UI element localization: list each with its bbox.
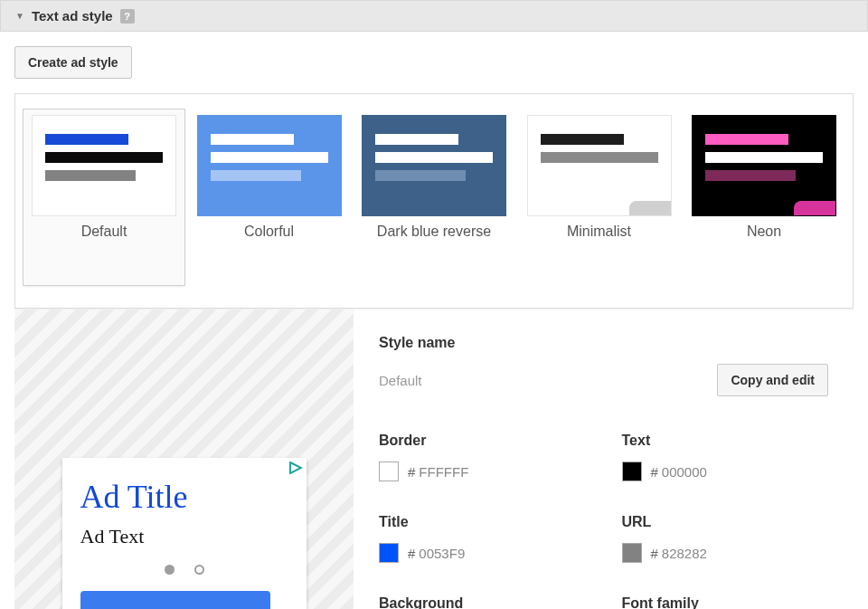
help-icon[interactable]: ? (120, 9, 135, 24)
adchoices-icon (288, 462, 303, 474)
pager-dot[interactable] (165, 565, 175, 575)
section-title: Text ad style (32, 8, 113, 24)
style-form: Style name Default Copy and edit Border … (354, 309, 854, 609)
style-card[interactable]: Default (23, 109, 185, 286)
background-label: Background (379, 595, 586, 609)
style-name-label: Style name (379, 335, 828, 351)
title-hex: #0053F9 (408, 546, 465, 561)
style-thumb (197, 115, 342, 216)
ad-preview-title: Ad Title (80, 478, 288, 516)
title-label: Title (379, 514, 586, 530)
style-detail: Ad Title Ad Text Style name Default Copy… (14, 309, 854, 609)
text-hex: #000000 (651, 464, 707, 480)
url-hex: #828282 (651, 546, 707, 561)
style-thumb (32, 115, 176, 216)
title-color-swatch[interactable] (379, 543, 399, 563)
style-card[interactable]: Dark blue reverse (353, 109, 515, 253)
style-gallery: DefaultColorfulDark blue reverseMinimali… (14, 93, 854, 309)
style-name-value: Default (379, 373, 422, 388)
style-thumb (527, 115, 672, 216)
style-card-name: Minimalist (524, 224, 675, 240)
ad-preview-cta-button (80, 591, 270, 609)
ad-preview-card: Ad Title Ad Text (62, 458, 307, 609)
caret-down-icon: ▼ (15, 11, 24, 21)
border-color-swatch[interactable] (379, 462, 399, 481)
style-thumb (692, 115, 836, 216)
border-hex: #FFFFFF (408, 464, 468, 480)
ad-preview-pane: Ad Title Ad Text (14, 309, 354, 609)
create-ad-style-button[interactable]: Create ad style (14, 46, 132, 79)
copy-and-edit-button[interactable]: Copy and edit (717, 364, 828, 396)
pager-dot[interactable] (194, 565, 204, 575)
svg-marker-0 (290, 462, 301, 473)
font-family-label: Font family (622, 595, 829, 609)
style-card-name: Default (29, 224, 179, 240)
style-card-name: Neon (689, 224, 839, 240)
ad-preview-pager (80, 565, 288, 575)
ad-preview-text: Ad Text (80, 525, 288, 548)
url-label: URL (622, 514, 829, 530)
style-card[interactable]: Neon (683, 109, 845, 253)
url-color-swatch[interactable] (622, 543, 642, 563)
text-color-swatch[interactable] (622, 462, 642, 481)
border-label: Border (379, 433, 586, 449)
style-card[interactable]: Minimalist (518, 109, 681, 253)
style-card[interactable]: Colorful (188, 109, 351, 253)
style-card-name: Colorful (194, 224, 344, 240)
text-label: Text (622, 433, 829, 449)
style-card-name: Dark blue reverse (359, 224, 509, 240)
style-thumb (362, 115, 506, 216)
section-header[interactable]: ▼ Text ad style ? (0, 0, 868, 32)
